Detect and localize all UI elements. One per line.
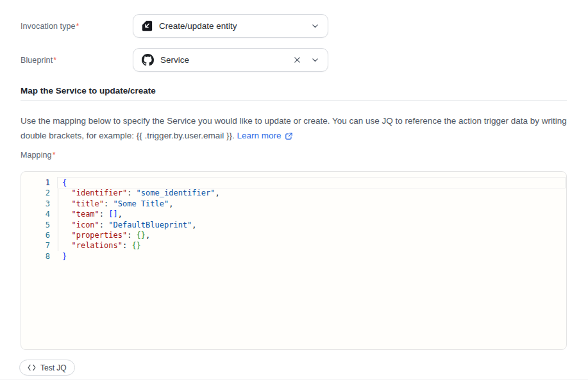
- test-jq-button[interactable]: Test JQ: [19, 360, 75, 376]
- line-number: 1: [21, 178, 57, 188]
- editor-rows: 1{2 "identifier": "some_identifier",3 "t…: [21, 172, 566, 262]
- learn-more-link[interactable]: Learn more: [237, 128, 292, 143]
- editor-line[interactable]: 8}: [21, 251, 566, 262]
- line-number: 4: [21, 209, 57, 219]
- blueprint-label: Blueprint*: [21, 56, 56, 65]
- code-text: "properties": {},: [57, 230, 150, 240]
- required-asterisk: *: [76, 22, 80, 31]
- section-heading: Map the Service to update/create: [21, 86, 156, 96]
- line-number: 7: [21, 240, 57, 251]
- learn-more-label: Learn more: [237, 128, 281, 143]
- mapping-label-text: Mapping: [21, 151, 52, 160]
- section-description: Use the mapping below to specify the Ser…: [21, 113, 569, 143]
- line-number: 5: [21, 220, 57, 230]
- code-text: "relations": {}: [57, 240, 141, 251]
- code-text: "team": [],: [57, 209, 122, 219]
- editor-line[interactable]: 2 "identifier": "some_identifier",: [21, 188, 566, 198]
- editor-line[interactable]: 7 "relations": {}: [21, 240, 566, 251]
- editor-line[interactable]: 3 "title": "Some Title",: [21, 199, 566, 209]
- blueprint-value: Service: [160, 55, 189, 65]
- section-divider: [21, 100, 567, 101]
- clear-selection-icon[interactable]: [293, 56, 301, 64]
- code-icon: [28, 364, 36, 371]
- required-asterisk: *: [53, 151, 56, 160]
- line-number: 3: [21, 199, 57, 209]
- code-text: {: [57, 178, 67, 188]
- invocation-type-value: Create/update entity: [159, 21, 237, 31]
- code-text: }: [57, 251, 67, 262]
- github-icon: [142, 54, 154, 66]
- chevron-down-icon: [311, 56, 319, 64]
- editor-line[interactable]: 5 "icon": "DefaultBlueprint",: [21, 220, 566, 230]
- blueprint-label-text: Blueprint: [21, 56, 53, 65]
- blueprint-select[interactable]: Service: [133, 48, 328, 72]
- invocation-type-label: Invocation type*: [21, 22, 80, 31]
- required-asterisk: *: [53, 56, 56, 65]
- external-link-icon: [285, 132, 293, 140]
- code-text: "icon": "DefaultBlueprint",: [57, 220, 197, 230]
- editor-line[interactable]: 1{: [21, 178, 566, 188]
- test-jq-label: Test JQ: [40, 363, 67, 372]
- mapping-code-editor[interactable]: 1{2 "identifier": "some_identifier",3 "t…: [21, 171, 567, 350]
- indent-guide: [58, 189, 58, 251]
- line-number: 2: [21, 188, 57, 198]
- editor-line[interactable]: 6 "properties": {},: [21, 230, 566, 240]
- editor-line[interactable]: 4 "team": [],: [21, 209, 566, 219]
- description-line-1: Use the mapping below to specify the Ser…: [21, 113, 569, 128]
- invocation-type-label-text: Invocation type: [21, 22, 76, 31]
- line-number: 6: [21, 230, 57, 240]
- description-line-2: double brackets, for example: {{ .trigge…: [21, 128, 569, 143]
- description-line-2-text: double brackets, for example: {{ .trigge…: [21, 131, 235, 140]
- line-number: 8: [21, 251, 57, 262]
- mapping-label: Mapping*: [21, 151, 56, 160]
- code-text: "identifier": "some_identifier",: [57, 188, 220, 198]
- action-mapping-form: Invocation type* Create/update entity Bl…: [0, 0, 588, 382]
- chevron-down-icon: [311, 22, 319, 30]
- create-update-entity-icon: [142, 21, 153, 31]
- code-text: "title": "Some Title",: [57, 199, 173, 209]
- invocation-type-select[interactable]: Create/update entity: [133, 14, 328, 38]
- bottom-divider: [0, 379, 588, 379]
